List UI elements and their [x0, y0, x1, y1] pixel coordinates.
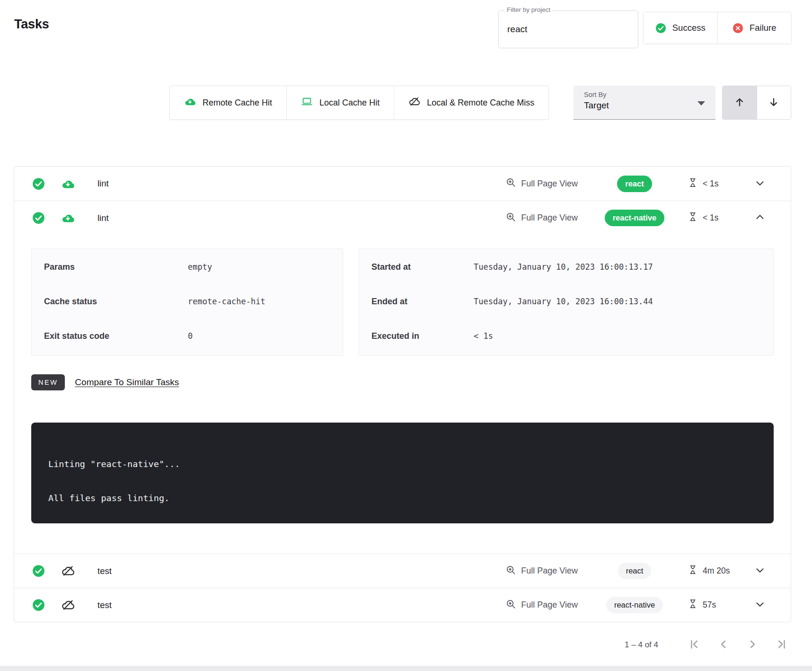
caret-down-icon	[697, 101, 705, 106]
chevron-up-icon	[754, 211, 766, 225]
expand-task-button[interactable]	[752, 596, 768, 614]
task-row-expanded: lint Full Page View react-native < 1s	[14, 201, 791, 554]
last-page-icon	[776, 638, 788, 652]
success-check-icon	[32, 177, 45, 190]
cloud-download-icon	[184, 96, 196, 110]
task-details: Params empty Cache status remote-cache-h…	[14, 235, 791, 554]
sort-descending-button[interactable]	[757, 86, 791, 119]
cache-filter-group: Remote Cache Hit Local Cache Hit Local &…	[169, 86, 549, 120]
success-check-icon	[32, 565, 45, 577]
success-filter-button[interactable]: Success	[644, 12, 717, 44]
expand-task-button[interactable]	[752, 175, 768, 193]
expand-task-button[interactable]	[752, 562, 768, 580]
hourglass-icon	[688, 177, 698, 190]
zoom-in-icon	[505, 212, 516, 225]
failure-x-icon	[733, 23, 743, 34]
hourglass-icon	[688, 599, 698, 611]
collapse-task-button[interactable]	[752, 209, 768, 227]
cache-status-value: remote-cache-hit	[188, 297, 265, 306]
success-check-icon	[32, 599, 45, 611]
success-check-icon	[32, 212, 45, 224]
remote-cache-hit-filter[interactable]: Remote Cache Hit	[170, 86, 286, 119]
filter-by-project-label: Filter by project	[504, 6, 553, 13]
task-duration: 57s	[688, 599, 741, 611]
project-badge[interactable]: react	[617, 176, 652, 192]
filter-by-project-input[interactable]	[499, 11, 638, 48]
started-at-value: Tuesday, January 10, 2023 16:00:13.17	[474, 262, 653, 272]
params-label: Params	[44, 262, 188, 272]
task-name: test	[97, 600, 112, 610]
sort-by-select[interactable]: Sort By Target	[574, 86, 715, 120]
full-page-view-link[interactable]: Full Page View	[503, 564, 581, 578]
first-page-button[interactable]	[688, 638, 700, 652]
task-duration-value: < 1s	[703, 179, 719, 189]
full-page-view-label: Full Page View	[521, 566, 578, 576]
status-filter-group: Success Failure	[643, 12, 792, 44]
laptop-icon	[301, 96, 313, 110]
success-check-icon	[655, 23, 666, 34]
last-page-button[interactable]	[776, 638, 788, 652]
hourglass-icon	[688, 565, 698, 577]
sort-by-label: Sort By	[584, 91, 706, 98]
cloud-slash-icon	[61, 564, 75, 578]
project-badge[interactable]: react-native	[606, 597, 663, 613]
task-params-panel: Params empty Cache status remote-cache-h…	[31, 248, 343, 356]
zoom-in-icon	[505, 177, 516, 190]
success-filter-label: Success	[672, 23, 706, 33]
params-value: empty	[188, 262, 212, 272]
task-timing-panel: Started at Tuesday, January 10, 2023 16:…	[359, 248, 774, 356]
cache-status-label: Cache status	[44, 297, 188, 307]
next-page-button[interactable]	[746, 638, 759, 652]
filter-by-project-field: Filter by project	[498, 10, 638, 48]
full-page-view-link[interactable]: Full Page View	[503, 598, 581, 612]
zoom-in-icon	[505, 565, 516, 578]
project-badge[interactable]: react-native	[605, 210, 665, 226]
previous-page-icon	[717, 638, 730, 652]
hourglass-icon	[688, 212, 698, 224]
previous-page-button[interactable]	[717, 638, 730, 652]
exit-status-code-label: Exit status code	[44, 331, 188, 341]
cache-miss-label: Local & Remote Cache Miss	[427, 98, 534, 108]
full-page-view-link[interactable]: Full Page View	[503, 177, 581, 191]
failure-filter-button[interactable]: Failure	[717, 12, 792, 44]
task-row: lint Full Page View react-native < 1s	[14, 201, 791, 235]
task-duration-value: 57s	[703, 600, 716, 610]
chevron-down-icon	[754, 177, 766, 191]
full-page-view-link[interactable]: Full Page View	[503, 211, 581, 225]
task-duration-value: 4m 20s	[703, 566, 730, 576]
zoom-in-icon	[505, 599, 516, 612]
local-cache-hit-filter[interactable]: Local Cache Hit	[286, 86, 394, 119]
cloud-slash-icon	[61, 598, 75, 612]
failure-filter-label: Failure	[750, 23, 777, 33]
cache-miss-filter[interactable]: Local & Remote Cache Miss	[394, 86, 548, 119]
page-title: Tasks	[14, 17, 49, 32]
task-name: lint	[97, 213, 109, 223]
task-row: test Full Page View react 4m 20s	[14, 554, 791, 588]
ended-at-label: Ended at	[371, 297, 474, 307]
task-row: test Full Page View react-native 57s	[14, 588, 791, 622]
task-duration: < 1s	[688, 212, 741, 224]
compare-to-similar-tasks-link[interactable]: Compare To Similar Tasks	[75, 377, 179, 388]
cloud-download-icon	[61, 177, 75, 191]
ended-at-value: Tuesday, January 10, 2023 16:00:13.44	[474, 297, 653, 306]
pagination-range: 1 – 4 of 4	[625, 640, 658, 650]
sort-ascending-button[interactable]	[723, 86, 757, 119]
terminal-line: Linting "react-native"...	[48, 456, 757, 473]
remote-cache-hit-label: Remote Cache Hit	[203, 98, 272, 108]
full-page-view-label: Full Page View	[521, 179, 578, 189]
cloud-slash-icon	[408, 96, 420, 110]
full-page-view-label: Full Page View	[521, 213, 578, 223]
chevron-down-icon	[754, 564, 766, 578]
arrow-up-icon	[733, 96, 746, 110]
project-badge[interactable]: react	[618, 563, 652, 579]
arrow-down-icon	[768, 96, 780, 110]
sort-by-value: Target	[584, 100, 706, 111]
terminal-output: Linting "react-native"... All files pass…	[31, 423, 774, 523]
task-duration: < 1s	[688, 177, 741, 190]
executed-in-value: < 1s	[474, 331, 493, 341]
task-name: lint	[97, 178, 109, 189]
cloud-download-icon	[61, 211, 75, 225]
local-cache-hit-label: Local Cache Hit	[319, 98, 380, 108]
task-row: lint Full Page View react < 1s	[14, 167, 791, 201]
started-at-label: Started at	[371, 262, 474, 272]
